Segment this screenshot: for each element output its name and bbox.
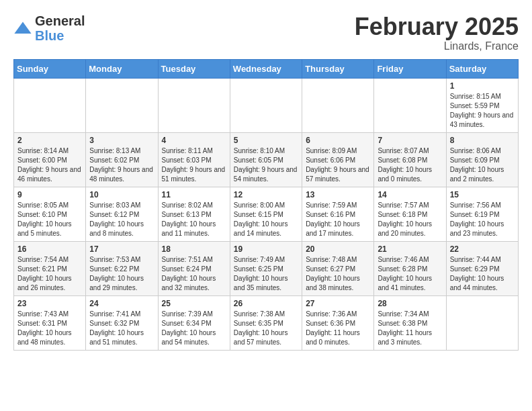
week-row-5: 23Sunrise: 7:43 AM Sunset: 6:31 PM Dayli… bbox=[14, 295, 519, 350]
calendar-cell: 20Sunrise: 7:48 AM Sunset: 6:27 PM Dayli… bbox=[302, 241, 374, 295]
calendar-cell: 22Sunrise: 7:44 AM Sunset: 6:29 PM Dayli… bbox=[446, 241, 518, 295]
day-info: Sunrise: 7:44 AM Sunset: 6:29 PM Dayligh… bbox=[450, 255, 515, 293]
calendar-cell: 7Sunrise: 8:07 AM Sunset: 6:08 PM Daylig… bbox=[374, 132, 446, 187]
day-number: 11 bbox=[162, 190, 226, 199]
day-number: 5 bbox=[234, 136, 298, 145]
calendar-cell bbox=[230, 78, 302, 132]
day-info: Sunrise: 7:43 AM Sunset: 6:31 PM Dayligh… bbox=[17, 310, 82, 347]
day-info: Sunrise: 7:36 AM Sunset: 6:36 PM Dayligh… bbox=[306, 310, 370, 347]
day-number: 19 bbox=[234, 244, 298, 254]
day-info: Sunrise: 7:53 AM Sunset: 6:22 PM Dayligh… bbox=[89, 255, 154, 293]
day-number: 25 bbox=[162, 299, 226, 308]
calendar-body: 1Sunrise: 8:15 AM Sunset: 5:59 PM Daylig… bbox=[14, 78, 519, 350]
day-info: Sunrise: 7:56 AM Sunset: 6:19 PM Dayligh… bbox=[450, 201, 515, 238]
day-number: 23 bbox=[17, 299, 82, 308]
calendar-cell: 28Sunrise: 7:34 AM Sunset: 6:38 PM Dayli… bbox=[374, 295, 446, 350]
day-number: 15 bbox=[450, 190, 515, 199]
day-number: 2 bbox=[17, 136, 82, 145]
weekday-header-monday: Monday bbox=[86, 59, 158, 78]
day-number: 3 bbox=[89, 136, 154, 145]
week-row-2: 2Sunrise: 8:14 AM Sunset: 6:00 PM Daylig… bbox=[14, 132, 519, 187]
day-info: Sunrise: 7:54 AM Sunset: 6:21 PM Dayligh… bbox=[17, 255, 82, 293]
calendar-cell: 21Sunrise: 7:46 AM Sunset: 6:28 PM Dayli… bbox=[374, 241, 446, 295]
weekday-header-row: SundayMondayTuesdayWednesdayThursdayFrid… bbox=[14, 59, 519, 78]
calendar-cell: 26Sunrise: 7:38 AM Sunset: 6:35 PM Dayli… bbox=[230, 295, 302, 350]
day-info: Sunrise: 7:49 AM Sunset: 6:25 PM Dayligh… bbox=[234, 255, 298, 293]
calendar-cell: 15Sunrise: 7:56 AM Sunset: 6:19 PM Dayli… bbox=[446, 187, 518, 241]
calendar-cell: 17Sunrise: 7:53 AM Sunset: 6:22 PM Dayli… bbox=[86, 241, 158, 295]
calendar-cell: 16Sunrise: 7:54 AM Sunset: 6:21 PM Dayli… bbox=[14, 241, 86, 295]
day-info: Sunrise: 8:07 AM Sunset: 6:08 PM Dayligh… bbox=[378, 146, 442, 184]
weekday-header-wednesday: Wednesday bbox=[230, 59, 302, 78]
calendar-cell: 10Sunrise: 8:03 AM Sunset: 6:12 PM Dayli… bbox=[86, 187, 158, 241]
calendar-cell: 12Sunrise: 8:00 AM Sunset: 6:15 PM Dayli… bbox=[230, 187, 302, 241]
day-number: 27 bbox=[306, 299, 370, 308]
day-number: 17 bbox=[89, 244, 154, 254]
calendar-cell: 24Sunrise: 7:41 AM Sunset: 6:32 PM Dayli… bbox=[86, 295, 158, 350]
calendar-table: SundayMondayTuesdayWednesdayThursdayFrid… bbox=[13, 59, 519, 351]
calendar-cell: 5Sunrise: 8:10 AM Sunset: 6:05 PM Daylig… bbox=[230, 132, 302, 187]
calendar-cell: 13Sunrise: 7:59 AM Sunset: 6:16 PM Dayli… bbox=[302, 187, 374, 241]
day-number: 12 bbox=[234, 190, 298, 199]
calendar-cell: 27Sunrise: 7:36 AM Sunset: 6:36 PM Dayli… bbox=[302, 295, 374, 350]
day-info: Sunrise: 8:00 AM Sunset: 6:15 PM Dayligh… bbox=[234, 201, 298, 238]
calendar-cell bbox=[14, 78, 86, 132]
calendar-cell: 1Sunrise: 8:15 AM Sunset: 5:59 PM Daylig… bbox=[446, 78, 518, 132]
day-info: Sunrise: 7:38 AM Sunset: 6:35 PM Dayligh… bbox=[234, 310, 298, 347]
day-info: Sunrise: 7:41 AM Sunset: 6:32 PM Dayligh… bbox=[89, 310, 154, 347]
day-number: 28 bbox=[378, 299, 442, 308]
weekday-header-thursday: Thursday bbox=[302, 59, 374, 78]
day-info: Sunrise: 8:15 AM Sunset: 5:59 PM Dayligh… bbox=[450, 92, 515, 130]
logo: General Blue bbox=[13, 13, 85, 43]
day-number: 16 bbox=[17, 244, 82, 254]
calendar-cell bbox=[302, 78, 374, 132]
weekday-header-tuesday: Tuesday bbox=[158, 59, 230, 78]
week-row-3: 9Sunrise: 8:05 AM Sunset: 6:10 PM Daylig… bbox=[14, 187, 519, 241]
day-info: Sunrise: 8:13 AM Sunset: 6:02 PM Dayligh… bbox=[89, 146, 154, 184]
day-info: Sunrise: 7:46 AM Sunset: 6:28 PM Dayligh… bbox=[378, 255, 442, 293]
day-info: Sunrise: 7:39 AM Sunset: 6:34 PM Dayligh… bbox=[162, 310, 226, 347]
day-number: 26 bbox=[234, 299, 298, 308]
day-number: 6 bbox=[306, 136, 370, 145]
day-info: Sunrise: 8:03 AM Sunset: 6:12 PM Dayligh… bbox=[89, 201, 154, 238]
day-number: 8 bbox=[450, 136, 515, 145]
day-info: Sunrise: 7:57 AM Sunset: 6:18 PM Dayligh… bbox=[378, 201, 442, 238]
calendar-cell bbox=[374, 78, 446, 132]
calendar-cell: 9Sunrise: 8:05 AM Sunset: 6:10 PM Daylig… bbox=[14, 187, 86, 241]
logo-text: General Blue bbox=[35, 13, 85, 43]
day-number: 4 bbox=[162, 136, 226, 145]
calendar-cell: 14Sunrise: 7:57 AM Sunset: 6:18 PM Dayli… bbox=[374, 187, 446, 241]
day-info: Sunrise: 7:51 AM Sunset: 6:24 PM Dayligh… bbox=[162, 255, 226, 293]
day-info: Sunrise: 8:09 AM Sunset: 6:06 PM Dayligh… bbox=[306, 146, 370, 184]
day-info: Sunrise: 7:48 AM Sunset: 6:27 PM Dayligh… bbox=[306, 255, 370, 293]
calendar-cell: 23Sunrise: 7:43 AM Sunset: 6:31 PM Dayli… bbox=[14, 295, 86, 350]
calendar-cell: 3Sunrise: 8:13 AM Sunset: 6:02 PM Daylig… bbox=[86, 132, 158, 187]
day-info: Sunrise: 8:10 AM Sunset: 6:05 PM Dayligh… bbox=[234, 146, 298, 184]
logo-general-text: General bbox=[35, 13, 85, 28]
day-number: 22 bbox=[450, 244, 515, 254]
calendar-cell: 19Sunrise: 7:49 AM Sunset: 6:25 PM Dayli… bbox=[230, 241, 302, 295]
day-number: 9 bbox=[17, 190, 82, 199]
day-number: 14 bbox=[378, 190, 442, 199]
week-row-1: 1Sunrise: 8:15 AM Sunset: 5:59 PM Daylig… bbox=[14, 78, 519, 132]
weekday-header-saturday: Saturday bbox=[446, 59, 518, 78]
weekday-header-sunday: Sunday bbox=[14, 59, 86, 78]
calendar-cell: 11Sunrise: 8:02 AM Sunset: 6:13 PM Dayli… bbox=[158, 187, 230, 241]
week-row-4: 16Sunrise: 7:54 AM Sunset: 6:21 PM Dayli… bbox=[14, 241, 519, 295]
title-area: February 2025 Linards, France bbox=[355, 13, 519, 52]
location-title: Linards, France bbox=[355, 40, 519, 52]
day-number: 10 bbox=[89, 190, 154, 199]
month-title: February 2025 bbox=[355, 13, 519, 40]
calendar-cell: 8Sunrise: 8:06 AM Sunset: 6:09 PM Daylig… bbox=[446, 132, 518, 187]
calendar-cell bbox=[158, 78, 230, 132]
day-number: 1 bbox=[450, 81, 515, 91]
day-number: 7 bbox=[378, 136, 442, 145]
calendar-cell: 2Sunrise: 8:14 AM Sunset: 6:00 PM Daylig… bbox=[14, 132, 86, 187]
day-number: 20 bbox=[306, 244, 370, 254]
weekday-header-friday: Friday bbox=[374, 59, 446, 78]
day-info: Sunrise: 7:59 AM Sunset: 6:16 PM Dayligh… bbox=[306, 201, 370, 238]
calendar-cell: 18Sunrise: 7:51 AM Sunset: 6:24 PM Dayli… bbox=[158, 241, 230, 295]
day-info: Sunrise: 8:11 AM Sunset: 6:03 PM Dayligh… bbox=[162, 146, 226, 184]
day-info: Sunrise: 8:06 AM Sunset: 6:09 PM Dayligh… bbox=[450, 146, 515, 184]
day-number: 24 bbox=[89, 299, 154, 308]
